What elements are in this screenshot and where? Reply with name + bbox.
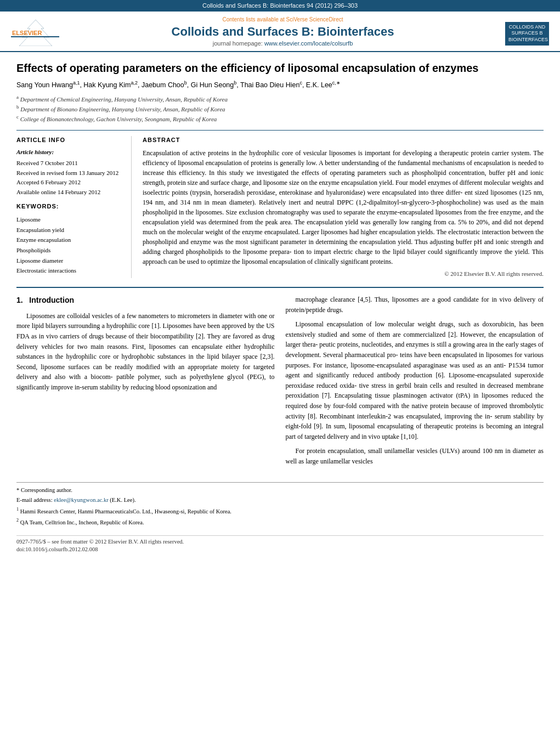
sciverse-line: Contents lists available at SciVerse Sci… [67, 16, 499, 24]
received-date: Received 7 October 2011 [16, 159, 123, 168]
intro-para-4: For protein encapsulation, small unilame… [286, 446, 544, 466]
body-section-introduction: 1. Introduction Liposomes are colloidal … [16, 287, 544, 471]
journal-citation-text: Colloids and Surfaces B: Biointerfaces 9… [202, 2, 358, 9]
article-title: Effects of operating parameters on the e… [16, 61, 544, 75]
keywords-list: Liposome Encapsulation yield Enzyme enca… [16, 214, 123, 276]
intro-para-1: Liposomes are colloidal vesicles of a fe… [16, 311, 275, 393]
received-revised-date: Received in revised form 13 January 2012 [16, 168, 123, 178]
intro-right-col: macrophage clearance [4,5]. Thus, liposo… [286, 295, 544, 471]
journal-header-center: Contents lists available at SciVerse Sci… [67, 16, 499, 51]
intro-left-col: 1. Introduction Liposomes are colloidal … [16, 295, 275, 471]
accepted-date: Accepted 6 February 2012 [16, 178, 123, 188]
email-link[interactable]: eklee@kyungwon.ac.kr [54, 497, 108, 503]
authors-line: Sang Youn Hwanga,1, Hak Kyung Kima,2, Ja… [16, 80, 544, 90]
affiliation-b: b Department of Bionano Engineering, Han… [16, 104, 544, 114]
history-label: Article history: [16, 148, 123, 156]
abstract-text: Encapsulation of active proteins in the … [143, 148, 544, 267]
main-content: Effects of operating parameters on the e… [0, 52, 560, 563]
affiliations: a Department of Chemical Engineering, Ha… [16, 94, 544, 123]
footnotes-section: * Corresponding author. E-mail address: … [16, 482, 544, 528]
bottom-info: 0927-7765/$ – see front matter © 2012 El… [16, 535, 544, 554]
journal-header: ELSEVIER Contents lists available at Sci… [0, 12, 560, 52]
footnote-corresponding: * Corresponding author. [16, 486, 544, 495]
keyword-item: Encapsulation yield [16, 225, 123, 235]
affiliation-a: a Department of Chemical Engineering, Ha… [16, 94, 544, 104]
intro-para-2: macrophage clearance [4,5]. Thus, liposo… [286, 295, 544, 315]
keyword-item: Electrostatic interactions [16, 265, 123, 276]
sciverse-link[interactable]: SciVerse ScienceDirect [286, 16, 343, 22]
footnote-2: 2 QA Team, Celltrion Inc., Incheon, Repu… [16, 517, 544, 527]
journal-logo-right: COLLOIDS AND SURFACES B BIOINTERFACES [505, 22, 549, 46]
introduction-title: 1. Introduction [16, 295, 275, 307]
article-history-dates: Received 7 October 2011 Received in revi… [16, 159, 123, 197]
doi-line: doi:10.1016/j.colsurfb.2012.02.008 [16, 546, 544, 554]
journal-citation-banner: Colloids and Surfaces B: Biointerfaces 9… [0, 0, 560, 12]
abstract-panel: ABSTRACT Encapsulation of active protein… [143, 136, 544, 278]
journal-url[interactable]: www.elsevier.com/locate/colsurfb [264, 40, 353, 47]
keyword-item: Phospholipids [16, 245, 123, 256]
article-info-abstract-section: ARTICLE INFO Article history: Received 7… [16, 130, 544, 278]
journal-logo-box: COLLOIDS AND SURFACES B BIOINTERFACES [505, 22, 549, 46]
svg-rect-2 [11, 36, 59, 37]
footnote-1: 1 Hanmi Research Center, Hanmi Pharmaceu… [16, 506, 544, 516]
abstract-header: ABSTRACT [143, 136, 544, 144]
svg-text:ELSEVIER: ELSEVIER [12, 30, 42, 36]
journal-homepage: journal homepage: www.elsevier.com/locat… [67, 39, 499, 48]
keyword-item: Liposome diameter [16, 256, 123, 266]
article-info-header: ARTICLE INFO [16, 136, 123, 144]
journal-title: Colloids and Surfaces B: Biointerfaces [67, 25, 499, 39]
keywords-header: Keywords: [16, 202, 123, 211]
affiliation-c: c College of Bionanotechnology, Gachon U… [16, 114, 544, 123]
intro-para-3: Liposomal encapsulation of low molecular… [286, 319, 544, 442]
elsevier-logo: ELSEVIER [11, 19, 60, 49]
keyword-item: Enzyme encapsulation [16, 235, 123, 245]
abstract-copyright: © 2012 Elsevier B.V. All rights reserved… [143, 270, 544, 278]
available-online-date: Available online 14 February 2012 [16, 188, 123, 197]
keyword-item: Liposome [16, 214, 123, 225]
issn-line: 0927-7765/$ – see front matter © 2012 El… [16, 538, 544, 546]
keywords-section: Keywords: Liposome Encapsulation yield E… [16, 202, 123, 276]
introduction-two-col: 1. Introduction Liposomes are colloidal … [16, 295, 544, 471]
article-info-panel: ARTICLE INFO Article history: Received 7… [16, 136, 132, 278]
footnote-email: E-mail address: eklee@kyungwon.ac.kr (E.… [16, 496, 544, 505]
